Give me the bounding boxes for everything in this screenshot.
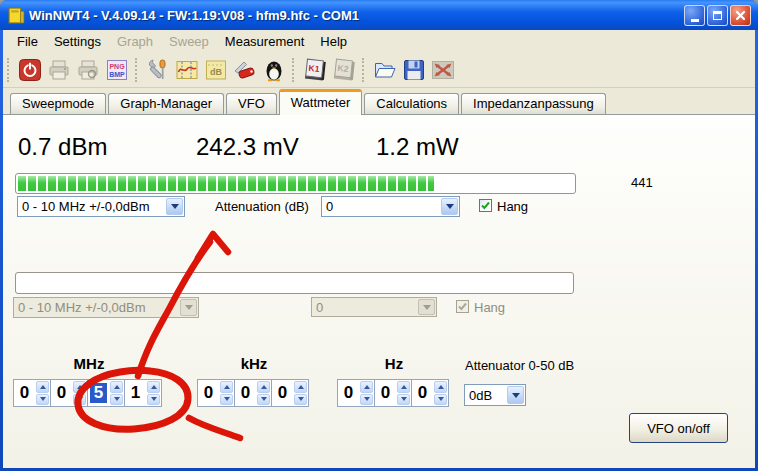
tab-graph-manager[interactable]: Graph-Manager — [108, 93, 224, 114]
svg-text:K2: K2 — [337, 62, 349, 73]
svg-text:K1: K1 — [308, 62, 320, 73]
spin-down-icon[interactable] — [73, 394, 86, 406]
svg-text:dB: dB — [210, 67, 222, 77]
menu-settings[interactable]: Settings — [46, 31, 109, 52]
toolbar-grip — [7, 58, 10, 82]
spin-up-icon[interactable] — [434, 381, 447, 393]
svg-text:PNG: PNG — [109, 62, 125, 69]
probe2-hang-label: Hang — [474, 300, 505, 315]
k2-calibration-icon: K2 — [329, 55, 358, 84]
probe2-range-value: 0 - 10 MHz +/-0,0dBm — [18, 300, 146, 315]
print-icon — [44, 55, 73, 84]
app-icon — [8, 7, 25, 24]
chevron-down-icon[interactable] — [507, 386, 524, 404]
exit-power-icon[interactable] — [15, 55, 44, 84]
probe1-range-select[interactable]: 0 - 10 MHz +/-0,0dBm — [17, 196, 185, 217]
menu-help[interactable]: Help — [312, 31, 355, 52]
hz-group: Hz 0 0 0 — [337, 355, 451, 407]
spin-up-icon[interactable] — [360, 381, 373, 393]
k1-calibration-icon[interactable]: K1 — [300, 55, 329, 84]
spin-down-icon[interactable] — [36, 394, 49, 406]
hz-digit-spinner[interactable]: 0 — [411, 379, 449, 407]
close-button[interactable] — [730, 5, 751, 26]
chevron-down-icon — [418, 299, 435, 315]
hz-digit-spinner[interactable]: 0 — [374, 379, 412, 407]
tab-impedanzanpassung[interactable]: Impedanzanpassung — [461, 93, 606, 114]
mhz-digit-spinner[interactable]: 1 — [124, 379, 162, 407]
menu-graph: Graph — [109, 31, 161, 52]
khz-digit-spinner[interactable]: 0 — [234, 379, 272, 407]
attenuator-value: 0dB — [469, 388, 492, 403]
toolbar-grip — [135, 58, 138, 82]
hz-digit-spinner[interactable]: 0 — [337, 379, 375, 407]
db-scale-icon[interactable]: dB — [201, 55, 230, 84]
spin-down-icon[interactable] — [110, 394, 123, 406]
app-window: WinNWT4 - V.4.09.14 - FW:1.19:V08 - hfm9… — [0, 0, 758, 471]
spin-down-icon[interactable] — [294, 394, 307, 406]
attenuator-select[interactable]: 0dB — [464, 384, 526, 406]
spin-down-icon[interactable] — [360, 394, 373, 406]
image-export-icon[interactable]: PNGBMP — [102, 55, 131, 84]
menu-measurement[interactable]: Measurement — [217, 31, 312, 52]
spin-up-icon[interactable] — [147, 381, 160, 393]
probe2-hang-checkbox — [456, 300, 469, 313]
spin-up-icon[interactable] — [397, 381, 410, 393]
spin-down-icon[interactable] — [397, 394, 410, 406]
khz-digit-spinner[interactable]: 0 — [271, 379, 309, 407]
tab-wattmeter[interactable]: Wattmeter — [279, 89, 362, 115]
maximize-icon — [713, 11, 722, 20]
window-body: File Settings Graph Sweep Measurement He… — [3, 30, 755, 468]
graph-display-icon[interactable] — [172, 55, 201, 84]
toolbar-grip — [292, 58, 295, 82]
mhz-digit-spinner-selected[interactable]: 5 — [87, 379, 125, 407]
spin-down-icon[interactable] — [434, 394, 447, 406]
spin-up-icon[interactable] — [36, 381, 49, 393]
probe2-attenuation-value: 0 — [316, 300, 323, 315]
check-icon — [457, 301, 468, 312]
save-file-icon[interactable] — [399, 55, 428, 84]
spin-up-icon[interactable] — [294, 381, 307, 393]
settings-tools-icon[interactable] — [143, 55, 172, 84]
attenuation-label: Attenuation (dB) — [215, 199, 309, 214]
title-bar: WinNWT4 - V.4.09.14 - FW:1.19:V08 - hfm9… — [0, 0, 758, 30]
tab-sweepmode[interactable]: Sweepmode — [10, 93, 106, 114]
reading-millivolt: 242.3 mV — [196, 133, 299, 161]
mhz-digit-spinner[interactable]: 0 — [50, 379, 88, 407]
spin-up-icon[interactable] — [257, 381, 270, 393]
maximize-button[interactable] — [707, 5, 728, 26]
chevron-down-icon[interactable] — [441, 198, 458, 215]
probe1-attenuation-select[interactable]: 0 — [321, 196, 460, 217]
raw-adc-value: 441 — [631, 175, 653, 190]
khz-group: kHz 0 0 0 — [197, 355, 311, 407]
spin-down-icon[interactable] — [257, 394, 270, 406]
spin-down-icon[interactable] — [220, 394, 233, 406]
chevron-down-icon[interactable] — [166, 198, 183, 215]
power-meter-fill-1 — [18, 176, 434, 191]
menu-bar: File Settings Graph Sweep Measurement He… — [3, 30, 755, 52]
power-meter-bar-2 — [15, 272, 574, 294]
mhz-digit-spinner[interactable]: 0 — [13, 379, 51, 407]
vfo-onoff-button[interactable]: VFO on/off — [629, 413, 728, 443]
reading-milliwatt: 1.2 mW — [376, 133, 459, 161]
minimize-button[interactable] — [684, 5, 705, 26]
swiss-knife-icon[interactable] — [230, 55, 259, 84]
probe1-hang-checkbox[interactable] — [479, 199, 492, 212]
menu-sweep: Sweep — [161, 31, 217, 52]
spin-up-icon[interactable] — [110, 381, 123, 393]
linux-penguin-icon[interactable] — [259, 55, 288, 84]
disconnect-icon — [428, 55, 457, 84]
menu-file[interactable]: File — [9, 31, 46, 52]
open-file-icon[interactable] — [370, 55, 399, 84]
khz-digit-spinner[interactable]: 0 — [197, 379, 235, 407]
tab-vfo[interactable]: VFO — [226, 93, 277, 114]
spin-up-icon[interactable] — [73, 381, 86, 393]
tab-calculations[interactable]: Calculations — [364, 93, 459, 114]
window-title: WinNWT4 - V.4.09.14 - FW:1.19:V08 - hfm9… — [29, 8, 684, 23]
tab-strip: Sweepmode Graph-Manager VFO Wattmeter Ca… — [3, 89, 755, 114]
probe1-attenuation-value: 0 — [326, 199, 333, 214]
check-icon — [480, 200, 491, 211]
spin-up-icon[interactable] — [220, 381, 233, 393]
spin-down-icon[interactable] — [147, 394, 160, 406]
probe1-range-value: 0 - 10 MHz +/-0,0dBm — [22, 199, 150, 214]
wattmeter-page: 0.7 dBm 242.3 mV 1.2 mW 441 0 - 10 MHz +… — [3, 114, 755, 468]
